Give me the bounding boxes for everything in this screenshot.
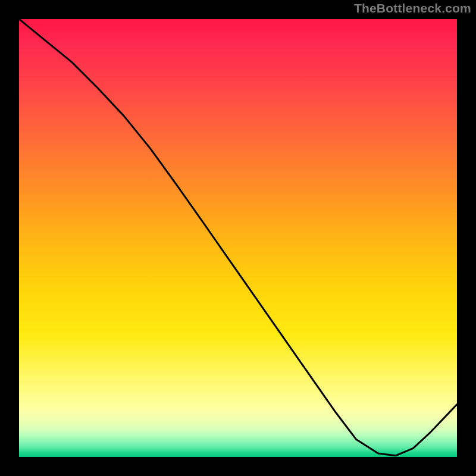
- credit-text: TheBottleneck.com: [354, 1, 471, 15]
- curve-svg: [19, 19, 457, 457]
- plot-area: [19, 19, 457, 457]
- curve-line: [19, 19, 457, 456]
- stage: TheBottleneck.com: [0, 0, 476, 476]
